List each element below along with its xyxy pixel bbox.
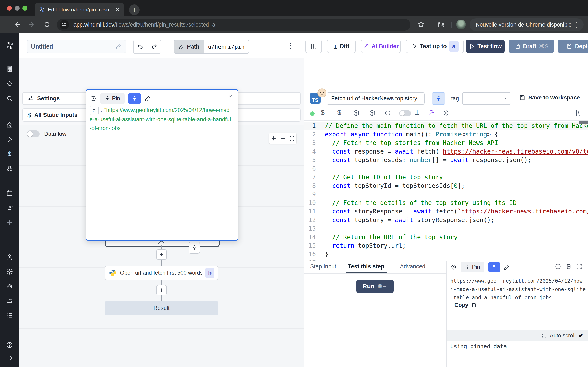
tag-select[interactable] [462, 92, 511, 105]
diff-icon[interactable]: ± [415, 108, 419, 117]
redo-button[interactable] [147, 40, 161, 53]
sidebar-folders-icon[interactable] [6, 297, 13, 304]
run-button[interactable]: Run ⌘↵ [356, 280, 394, 293]
sidebar-add-icon[interactable] [6, 219, 13, 226]
sidebar-help-icon[interactable] [6, 341, 13, 349]
zoom-in-icon[interactable] [270, 135, 277, 142]
chevron-down-icon [502, 96, 508, 101]
info-icon[interactable] [555, 263, 561, 270]
package-icon[interactable] [353, 109, 360, 117]
add-step-button[interactable] [156, 285, 167, 295]
bookmark-star-icon[interactable] [417, 20, 425, 29]
resources-icon[interactable]: $ [337, 108, 341, 117]
reload-button[interactable] [43, 21, 51, 28]
sidebar-workers-icon[interactable] [6, 283, 13, 290]
undo-redo-group [133, 40, 161, 54]
undo-button[interactable] [134, 40, 147, 53]
step-title-input[interactable] [327, 92, 425, 105]
diff-button[interactable]: ± Diff [327, 40, 356, 53]
copy-button[interactable]: Copy [454, 302, 477, 308]
sidebar-logs-icon[interactable] [6, 312, 13, 319]
pin-toggle-button[interactable]: Pin [100, 93, 125, 104]
docs-button[interactable] [305, 40, 322, 53]
result-node[interactable]: Result [105, 301, 218, 315]
path-selector[interactable]: Path u/henri/pin [174, 40, 249, 54]
package-icon[interactable] [369, 109, 376, 117]
library-panel-icon[interactable] [573, 109, 581, 117]
tab-test-this-step[interactable]: Test this step [348, 263, 384, 270]
tab-advanced[interactable]: Advanced [400, 263, 425, 270]
extensions-icon[interactable] [437, 20, 445, 29]
tab-close-icon[interactable]: ✕ [115, 6, 120, 13]
ai-assistant-icon[interactable] [427, 109, 434, 116]
sidebar-favorites-icon[interactable] [6, 80, 13, 87]
sidebar-search-icon[interactable] [6, 95, 13, 102]
node-pin-badge[interactable] [189, 242, 200, 254]
pin-toggle-button[interactable]: Pin [461, 262, 484, 272]
zoom-out-icon[interactable] [280, 135, 286, 142]
editor-toggle[interactable] [399, 110, 411, 116]
fullscreen-icon[interactable] [576, 263, 582, 270]
flow-name-input[interactable]: Untitled [26, 40, 126, 53]
sidebar-expand-icon[interactable] [6, 354, 13, 362]
svg-text:$: $ [8, 150, 11, 157]
deploy-button[interactable]: Deploy [558, 40, 588, 53]
expand-logs-icon[interactable] [541, 333, 547, 338]
fit-view-icon[interactable] [289, 135, 295, 142]
traffic-light-close[interactable] [7, 6, 12, 11]
dataflow-toggle[interactable] [26, 131, 40, 137]
sidebar-runs-icon[interactable] [6, 136, 13, 143]
test-up-to-button[interactable]: Test up to a [406, 40, 464, 53]
play-icon [469, 43, 475, 49]
history-button[interactable] [90, 95, 96, 102]
autoscroll-check-icon[interactable]: ✔ [579, 332, 584, 339]
expand-popup-button[interactable] [228, 93, 234, 99]
code-editor[interactable]: 1// Define the main function to fetch th… [304, 121, 588, 261]
save-to-workspace-button[interactable]: Save to workspace [519, 94, 580, 101]
chrome-update-button[interactable]: Nouvelle version de Chrome disponible ⋮ [470, 18, 584, 31]
copy-result-icon[interactable] [565, 263, 572, 270]
add-step-button[interactable] [156, 249, 167, 260]
sidebar-home-icon[interactable] [6, 121, 13, 128]
chrome-menu-icon[interactable]: ⋮ [573, 21, 579, 28]
variables-icon[interactable]: $ [321, 108, 325, 117]
back-button[interactable] [13, 21, 21, 28]
new-tab-button[interactable]: + [129, 4, 140, 15]
browser-tab[interactable]: Edit Flow u/henri/pin_results ✕ [35, 3, 124, 16]
result-panel-header: Pin [450, 262, 510, 272]
pinned-indicator-button[interactable] [432, 92, 445, 105]
sidebar-flows-icon[interactable] [6, 204, 13, 212]
url-path: /flows/edit/u/henri/pin_results?selected… [114, 22, 215, 28]
avatar[interactable] [456, 20, 466, 29]
windmill-logo-icon[interactable] [6, 41, 14, 50]
step-node-b[interactable]: Open url and fetch first 500 words of ..… [105, 266, 218, 280]
sidebar-users-icon[interactable] [6, 253, 13, 261]
traffic-light-minimize[interactable] [15, 6, 20, 11]
scrollbar-thumb[interactable] [579, 121, 588, 124]
draft-label: Draft [523, 43, 536, 50]
site-info-button[interactable] [60, 20, 69, 29]
test-flow-button[interactable]: Test flow [466, 40, 505, 53]
sidebar-schedules-icon[interactable] [6, 190, 13, 197]
pin-active-button[interactable] [128, 93, 141, 104]
editor-settings-icon[interactable] [442, 109, 450, 117]
sidebar-workspace-icon[interactable] [6, 65, 13, 73]
reset-icon[interactable] [384, 109, 391, 117]
forward-button[interactable] [28, 21, 35, 28]
sidebar-variables-icon[interactable]: $ [6, 150, 13, 158]
edit-name-icon[interactable] [116, 43, 122, 50]
history-button[interactable] [450, 264, 457, 270]
draft-button[interactable]: Draft ⌘S [509, 40, 554, 53]
sidebar-resources-icon[interactable] [6, 165, 13, 173]
pin-active-button[interactable] [488, 262, 500, 272]
more-options-button[interactable]: ⋮ [287, 42, 294, 50]
sidebar-settings-icon[interactable] [6, 268, 13, 275]
sidebar-divider [0, 59, 19, 59]
edit-pin-button[interactable] [504, 264, 510, 270]
omnibox[interactable]: app.windmill.dev/flows/edit/u/henri/pin_… [57, 19, 410, 31]
ai-builder-button[interactable]: AI Builder [361, 40, 401, 53]
edit-pin-button[interactable] [145, 95, 151, 102]
tab-step-input[interactable]: Step Input [310, 263, 336, 270]
play-icon [411, 43, 417, 49]
traffic-light-zoom[interactable] [22, 6, 27, 11]
